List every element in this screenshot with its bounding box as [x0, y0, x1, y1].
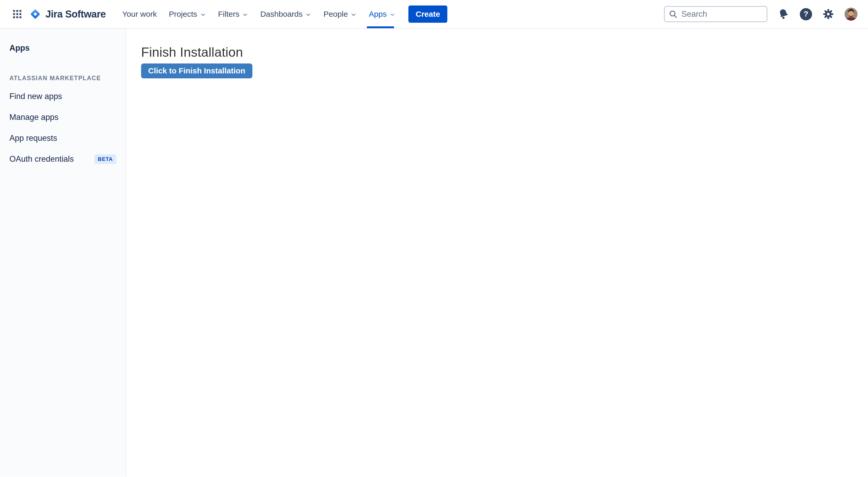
jira-diamond-icon — [29, 8, 41, 20]
sidebar-section-heading: ATLASSIAN MARKETPLACE — [9, 75, 116, 82]
sidebar-item-app-requests[interactable]: App requests — [9, 128, 116, 149]
nav-item-projects[interactable]: Projects — [163, 0, 212, 28]
chevron-down-icon — [389, 11, 396, 18]
nav-item-label: Dashboards — [260, 10, 303, 19]
primary-navigation: Your work Projects Filters Dashboards — [116, 0, 402, 28]
help-button[interactable]: ? — [800, 8, 812, 20]
chevron-down-icon — [242, 11, 248, 18]
search-box — [664, 6, 767, 22]
top-nav-left: Jira Software Your work Projects Filters… — [9, 0, 447, 28]
sidebar-item-label: App requests — [9, 133, 57, 143]
main-content: Finish Installation Click to Finish Inst… — [126, 29, 868, 476]
jira-logo[interactable]: Jira Software — [29, 8, 106, 20]
nav-item-people[interactable]: People — [317, 0, 363, 28]
chevron-down-icon — [305, 11, 311, 18]
nav-item-apps[interactable]: Apps — [363, 0, 401, 28]
sidebar-item-manage-apps[interactable]: Manage apps — [9, 107, 116, 128]
sidebar-item-find-new-apps[interactable]: Find new apps — [9, 86, 116, 107]
nav-item-filters[interactable]: Filters — [212, 0, 254, 28]
nav-item-label: Filters — [218, 10, 240, 19]
create-button[interactable]: Create — [408, 5, 447, 23]
nav-item-label: Your work — [122, 10, 157, 19]
sidebar-item-oauth-credentials[interactable]: OAuth credentials BETA — [9, 149, 116, 169]
bell-icon — [778, 8, 789, 20]
sidebar-item-label: OAuth credentials — [9, 154, 74, 164]
sidebar-item-label: Find new apps — [9, 92, 62, 101]
notifications-button[interactable] — [778, 8, 789, 20]
apps-sidebar: Apps ATLASSIAN MARKETPLACE Find new apps… — [0, 29, 126, 476]
sidebar-title: Apps — [9, 43, 116, 53]
app-switcher-button[interactable] — [9, 6, 25, 22]
sidebar-item-label: Manage apps — [9, 113, 59, 122]
chevron-down-icon — [350, 11, 356, 18]
top-nav-right: ? — [664, 6, 858, 22]
product-wordmark: Jira Software — [45, 9, 106, 20]
chevron-down-icon — [200, 11, 206, 18]
help-question-icon: ? — [800, 8, 812, 20]
nav-item-label: Projects — [169, 10, 197, 19]
sidebar-list: Find new apps Manage apps App requests O… — [9, 86, 116, 169]
beta-badge: BETA — [94, 154, 116, 164]
finish-installation-button[interactable]: Click to Finish Installation — [141, 63, 252, 78]
settings-button[interactable] — [823, 8, 834, 20]
page-body: Apps ATLASSIAN MARKETPLACE Find new apps… — [0, 29, 868, 476]
nav-item-label: Apps — [369, 10, 386, 19]
search-input[interactable] — [664, 6, 767, 22]
top-nav-bar: Jira Software Your work Projects Filters… — [0, 0, 868, 29]
gear-icon — [823, 8, 834, 20]
nav-item-dashboards[interactable]: Dashboards — [254, 0, 317, 28]
page-title: Finish Installation — [141, 45, 868, 59]
user-avatar[interactable] — [844, 7, 858, 21]
nav-item-your-work[interactable]: Your work — [116, 0, 163, 28]
search-icon — [669, 9, 678, 19]
app-switcher-grid-icon — [12, 9, 23, 19]
nav-item-label: People — [323, 10, 348, 19]
